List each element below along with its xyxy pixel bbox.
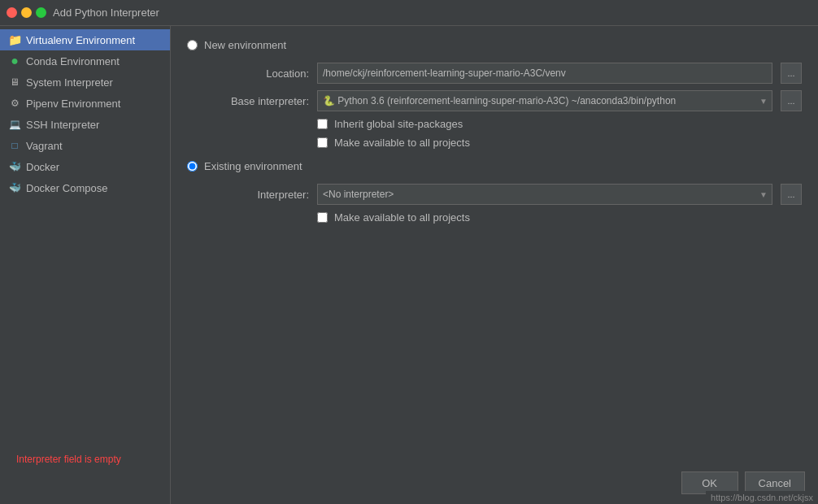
inherit-global-row: Inherit global site-packages: [203, 118, 802, 130]
existing-environment-label[interactable]: Existing environment: [204, 160, 302, 172]
base-interpreter-select[interactable]: 🐍 Python 3.6 (reinforcement-learning-sup…: [317, 90, 772, 111]
dialog-title: Add Python Interpreter: [53, 7, 159, 19]
environment-options: New environment Location: ... Base inter…: [187, 39, 802, 224]
vagrant-icon: □: [8, 139, 21, 152]
sidebar-item-pipenv[interactable]: ⚙ Pipenv Environment: [0, 93, 170, 114]
sidebar-item-conda[interactable]: ● Conda Environment: [0, 50, 170, 72]
ssh-icon: 💻: [8, 118, 21, 131]
base-interpreter-label: Base interpreter:: [203, 95, 309, 107]
docker-compose-icon: 🐳: [8, 181, 21, 194]
sidebar-label-docker: Docker: [26, 161, 59, 173]
existing-env-form: Interpreter: <No interpreter> ▼ ... Make…: [187, 184, 802, 224]
location-label: Location:: [203, 67, 309, 80]
dialog-body: 📁 Virtualenv Environment ● Conda Environ…: [0, 26, 818, 504]
sidebar-label-virtualenv: Virtualenv Environment: [26, 34, 135, 46]
existing-environment-radio[interactable]: [187, 161, 198, 172]
new-environment-radio[interactable]: [187, 40, 198, 50]
sidebar-item-docker-compose[interactable]: 🐳 Docker Compose: [0, 177, 170, 198]
sidebar-label-system: System Interpreter: [26, 76, 113, 89]
interpreter-type-sidebar: 📁 Virtualenv Environment ● Conda Environ…: [0, 26, 171, 504]
inherit-global-checkbox[interactable]: [317, 119, 328, 129]
maximize-button[interactable]: [36, 7, 46, 18]
conda-icon: ●: [8, 54, 21, 67]
make-available-existing-label[interactable]: Make available to all projects: [334, 211, 470, 224]
make-available-existing-checkbox[interactable]: [317, 212, 328, 223]
error-message: Interpreter field is empty: [16, 454, 121, 465]
interpreter-select[interactable]: <No interpreter>: [317, 184, 772, 205]
sidebar-label-ssh: SSH Interpreter: [26, 119, 99, 131]
sidebar-label-conda: Conda Environment: [26, 55, 120, 67]
minimize-button[interactable]: [21, 7, 32, 18]
make-available-new-checkbox[interactable]: [317, 137, 328, 148]
system-icon: 🖥: [8, 76, 21, 89]
location-browse-button[interactable]: ...: [781, 63, 802, 84]
base-interpreter-select-wrapper: 🐍 Python 3.6 (reinforcement-learning-sup…: [317, 90, 772, 111]
location-row: Location: ...: [203, 63, 802, 84]
make-available-new-label[interactable]: Make available to all projects: [334, 137, 470, 149]
sidebar-item-ssh[interactable]: 💻 SSH Interpreter: [0, 114, 170, 135]
main-content-area: New environment Location: ... Base inter…: [171, 26, 818, 504]
interpreter-label: Interpreter:: [203, 189, 309, 201]
interpreter-select-wrapper: <No interpreter> ▼: [317, 184, 772, 205]
virtualenv-icon: 📁: [8, 33, 21, 46]
sidebar-label-vagrant: Vagrant: [26, 140, 63, 152]
make-available-existing-row: Make available to all projects: [203, 211, 802, 224]
close-button[interactable]: [7, 7, 17, 18]
base-interpreter-row: Base interpreter: 🐍 Python 3.6 (reinforc…: [203, 90, 802, 111]
title-bar: Add Python Interpreter: [0, 0, 818, 26]
location-input[interactable]: [317, 63, 772, 84]
url-bar: https://blog.csdn.net/ckjsx: [706, 491, 818, 504]
sidebar-item-system[interactable]: 🖥 System Interpreter: [0, 72, 170, 93]
sidebar-label-docker-compose: Docker Compose: [26, 182, 107, 194]
base-interpreter-browse-button[interactable]: ...: [781, 90, 802, 111]
new-environment-label[interactable]: New environment: [204, 39, 286, 51]
make-available-new-row: Make available to all projects: [203, 137, 802, 149]
interpreter-browse-button[interactable]: ...: [781, 184, 802, 205]
interpreter-row: Interpreter: <No interpreter> ▼ ...: [203, 184, 802, 205]
pipenv-icon: ⚙: [8, 97, 21, 110]
sidebar-item-virtualenv[interactable]: 📁 Virtualenv Environment: [0, 29, 170, 50]
inherit-global-label[interactable]: Inherit global site-packages: [334, 118, 463, 130]
docker-icon: 🐳: [8, 160, 21, 173]
window-controls[interactable]: [7, 7, 46, 18]
sidebar-item-vagrant[interactable]: □ Vagrant: [0, 135, 170, 156]
new-env-form: Location: ... Base interpreter: 🐍 Python…: [187, 63, 802, 149]
sidebar-label-pipenv: Pipenv Environment: [26, 98, 120, 110]
sidebar-item-docker[interactable]: 🐳 Docker: [0, 156, 170, 177]
